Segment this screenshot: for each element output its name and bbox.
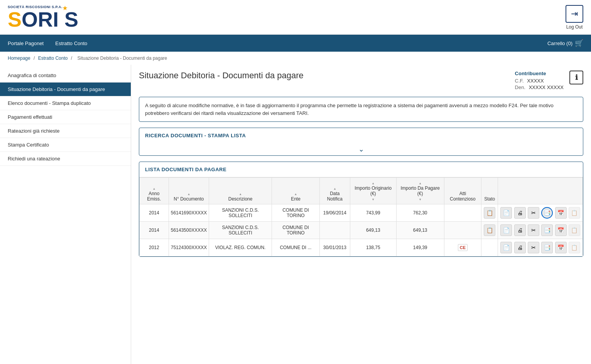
extra-btn[interactable]: 📋 — [569, 207, 580, 219]
info-button[interactable]: ℹ — [569, 71, 583, 84]
cell-actions: 📄 🖨 ✂ 📑 📅 📋 — [498, 204, 583, 222]
cell-importo-orig: 743,99 — [350, 204, 396, 222]
col-atti-contenzioso: Atti Contenzioso — [444, 178, 481, 204]
sort-up-icon-7: ▲ — [419, 182, 422, 185]
cell-numero: 56143500XXXXX — [169, 222, 209, 239]
col-ente: ▲ Ente — [272, 178, 320, 204]
cell-stato: 📋 — [481, 222, 498, 239]
view-btn[interactable]: 📄 — [500, 242, 512, 253]
pdf-btn[interactable]: 📑 — [541, 242, 553, 253]
list-header: LISTA DOCUMENTI DA PAGARE — [139, 162, 583, 177]
print-btn[interactable]: 🖨 — [514, 242, 526, 253]
cell-anno: 2014 — [140, 222, 169, 239]
col-actions — [498, 178, 583, 204]
sort-up-icon: ▲ — [152, 187, 155, 190]
cell-actions: 📄 🖨 ✂ 📑 📅 📋 — [498, 239, 583, 256]
table-row: 2014 56143500XXXXX SANZIONI C.D.S. SOLLE… — [140, 222, 583, 239]
cell-atti-contenzioso: CE — [444, 239, 481, 256]
logo-brand: SOCIETÀ RISCOSSIONI S.P.A. S O RI ★ S — [8, 5, 78, 30]
calendar-btn[interactable]: 📅 — [555, 207, 567, 219]
print-btn[interactable]: 🖨 — [514, 207, 526, 219]
info-box: A seguito di alcune modifiche normative,… — [139, 97, 583, 122]
calendar-btn[interactable]: 📅 — [555, 242, 567, 253]
cart-label: Carrello (0) — [547, 40, 572, 46]
cart-area[interactable]: Carrello (0) 🛒 — [547, 39, 583, 47]
navbar: Portale Pagonet Estratto Conto Carrello … — [0, 35, 591, 52]
breadcrumb-current: Situazione Debitoria - Documenti da paga… — [77, 56, 167, 61]
print-btn[interactable]: 🖨 — [514, 224, 526, 236]
logo-star: ★ — [62, 5, 68, 11]
col-stato: Stato — [481, 178, 498, 204]
calendar-btn[interactable]: 📅 — [555, 224, 567, 236]
col-importo-pagare: ▲ Importo Da Pagare (€) ▼ — [396, 178, 444, 204]
breadcrumb-estratto-conto[interactable]: Estratto Conto — [38, 56, 68, 61]
stato-icon-btn[interactable]: 📋 — [484, 224, 495, 236]
cell-data-notifica: 30/01/2013 — [319, 239, 350, 256]
sort-up-icon-5: ▲ — [333, 187, 336, 190]
stato-icon-btn[interactable]: 📋 — [484, 207, 495, 219]
scissors-btn[interactable]: ✂ — [528, 207, 539, 219]
breadcrumb-homepage[interactable]: Homepage — [8, 56, 30, 61]
table-header-row: ▲ Anno Emiss. ▲ N° Documento ▲ Descrizio… — [140, 178, 583, 204]
cell-descrizione: SANZIONI C.D.S. SOLLECITI — [209, 204, 272, 222]
navbar-link-estratto-conto[interactable]: Estratto Conto — [55, 36, 87, 51]
cell-numero: 75124300XXXXX — [169, 239, 209, 256]
pdf-btn[interactable]: 📑 — [541, 224, 553, 236]
logo-row: S O RI ★ S — [8, 9, 78, 30]
search-section: RICERCA DOCUMENTI - STAMPA LISTA ⌄ — [139, 128, 583, 156]
sidebar-item-rateazioni[interactable]: Rateazioni già richieste — [0, 124, 131, 138]
col-anno: ▲ Anno Emiss. — [140, 178, 169, 204]
cell-importo-pagare: 649,13 — [396, 222, 444, 239]
contribuente-title: Contribuente — [515, 71, 564, 76]
contribuente-cf: C.F. XXXXX — [515, 78, 564, 84]
contribuente-den: Den. XXXXX XXXXX — [515, 84, 564, 90]
cell-importo-orig: 138,75 — [350, 239, 396, 256]
cell-stato: 📋 — [481, 204, 498, 222]
search-chevron-container[interactable]: ⌄ — [139, 143, 583, 155]
extra-btn[interactable]: 📋 — [569, 242, 580, 253]
cell-atti-contenzioso — [444, 222, 481, 239]
search-header[interactable]: RICERCA DOCUMENTI - STAMPA LISTA — [139, 128, 583, 143]
sort-up-icon-4: ▲ — [294, 192, 297, 196]
contribuente-section: Situazione Debitoria - Documenti da paga… — [139, 71, 583, 97]
cell-descrizione: VIOLAZ. REG. COMUN. — [209, 239, 272, 256]
pdf-btn[interactable]: 📑 — [541, 207, 553, 219]
cell-importo-pagare: 762,30 — [396, 204, 444, 222]
sort-up-icon-6: ▲ — [371, 182, 375, 185]
col-descrizione: ▲ Descrizione — [209, 178, 272, 204]
sidebar-item-richiedi-rateazione[interactable]: Richiedi una rateazione — [0, 152, 131, 166]
table-row: 2012 75124300XXXXX VIOLAZ. REG. COMUN. C… — [140, 239, 583, 256]
sidebar-item-anagrafica[interactable]: Anagrafica di contatto — [0, 69, 131, 83]
ce-badge: CE — [458, 244, 468, 251]
cell-data-notifica — [319, 222, 350, 239]
cell-importo-pagare: 149,39 — [396, 239, 444, 256]
cell-data-notifica: 19/06/2014 — [319, 204, 350, 222]
logo-o: O — [22, 9, 38, 30]
extra-btn[interactable]: 📋 — [569, 224, 580, 236]
contribuente-info: Contribuente C.F. XXXXX Den. XXXXX XXXXX — [515, 71, 564, 91]
sidebar: Anagrafica di contatto Situazione Debito… — [0, 65, 131, 364]
view-btn[interactable]: 📄 — [500, 224, 512, 236]
sidebar-item-elenco-documenti[interactable]: Elenco documenti - Stampa duplicato — [0, 96, 131, 110]
table-body: 2014 56141690XXXXX SANZIONI C.D.S. SOLLE… — [140, 204, 583, 256]
sidebar-item-situazione-debitoria[interactable]: Situazione Debitoria - Documenti da paga… — [0, 83, 131, 96]
col-data-notifica: ▲ Data Notifica — [319, 178, 350, 204]
sort-up-icon-2: ▲ — [187, 192, 190, 196]
documents-table: ▲ Anno Emiss. ▲ N° Documento ▲ Descrizio… — [139, 177, 583, 256]
scissors-btn[interactable]: ✂ — [528, 242, 539, 253]
scissors-btn[interactable]: ✂ — [528, 224, 539, 236]
sidebar-item-stampa-certificato[interactable]: Stampa Certificato — [0, 138, 131, 152]
sidebar-item-pagamenti[interactable]: Pagamenti effettuati — [0, 110, 131, 124]
view-btn[interactable]: 📄 — [500, 207, 512, 219]
page-title: Situazione Debitoria - Documenti da paga… — [139, 71, 304, 81]
logout-button[interactable]: ⇥ Log Out — [566, 5, 583, 30]
cell-numero: 56141690XXXXX — [169, 204, 209, 222]
navbar-link-portale-pagonet[interactable]: Portale Pagonet — [8, 36, 44, 51]
list-section: LISTA DOCUMENTI DA PAGARE ▲ Anno Emiss. … — [139, 162, 583, 257]
cell-importo-orig: 649,13 — [350, 222, 396, 239]
table-container: ▲ Anno Emiss. ▲ N° Documento ▲ Descrizio… — [139, 177, 583, 256]
breadcrumb: Homepage / Estratto Conto / Situazione D… — [0, 52, 591, 65]
col-numero: ▲ N° Documento — [169, 178, 209, 204]
navbar-links: Portale Pagonet Estratto Conto — [8, 36, 87, 51]
contribuente-box: Contribuente C.F. XXXXX Den. XXXXX XXXXX… — [515, 71, 583, 91]
